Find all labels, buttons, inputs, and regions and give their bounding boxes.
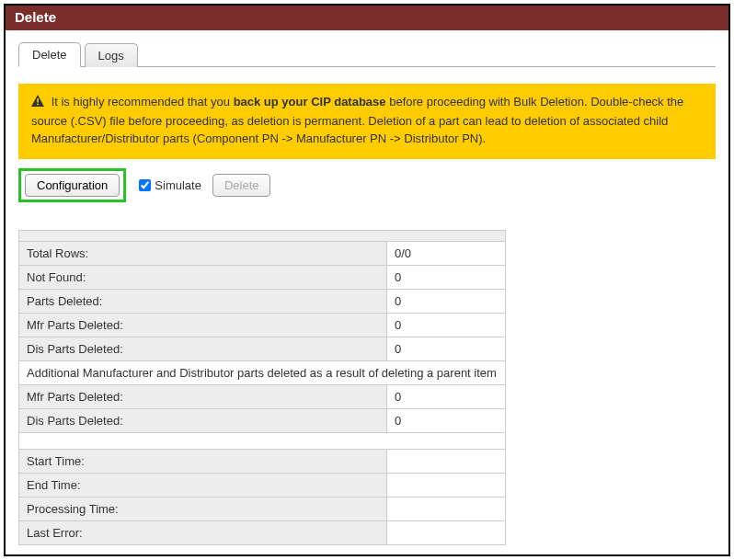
table-row: Total Rows: 0/0 [19,241,506,265]
not-found-label: Not Found: [19,265,387,289]
warning-text-bold: back up your CIP database [234,95,386,109]
dis-deleted-label: Dis Parts Deleted: [19,337,387,360]
mfr-deleted-label: Mfr Parts Deleted: [19,313,387,337]
processing-time-label: Processing Time: [19,497,387,520]
table-row: Dis Parts Deleted: 0 [19,408,506,432]
table-row: Dis Parts Deleted: 0 [19,337,506,360]
tab-logs[interactable]: Logs [85,43,138,67]
total-rows-value: 0/0 [387,241,506,265]
dis2-label: Dis Parts Deleted: [19,408,387,432]
config-highlight: Configuration [18,168,126,202]
table-row: Parts Deleted: 0 [19,289,506,313]
stats-table: Total Rows: 0/0 Not Found: 0 Parts Delet… [18,230,506,545]
last-error-label: Last Error: [19,520,387,544]
table-row: Mfr Parts Deleted: 0 [19,313,506,337]
warning-banner: It is highly recommended that you back u… [18,84,716,159]
dis2-value: 0 [387,408,506,432]
table-row: Start Time: [19,449,506,473]
start-time-label: Start Time: [19,449,387,473]
window-title: Delete [6,6,728,30]
warning-icon [31,94,44,112]
controls-row: Configuration Simulate Delete [18,168,716,202]
end-time-value [387,473,506,497]
end-time-label: End Time: [19,473,387,497]
not-found-value: 0 [387,265,506,289]
simulate-wrap[interactable]: Simulate [135,177,201,194]
table-row: End Time: [19,473,506,497]
simulate-checkbox[interactable] [139,179,151,191]
dis-deleted-value: 0 [387,337,506,360]
cascade-note: Additional Manufacturer and Distributor … [19,360,506,384]
window-content: Delete Logs It is highly recommended tha… [6,30,728,556]
last-error-value [387,520,506,544]
configuration-button[interactable]: Configuration [25,174,120,197]
mfr-deleted-value: 0 [387,313,506,337]
table-row: Processing Time: [19,497,506,520]
tab-delete[interactable]: Delete [18,42,81,67]
mfr2-label: Mfr Parts Deleted: [19,384,387,408]
parts-deleted-label: Parts Deleted: [19,289,387,313]
delete-window: Delete Delete Logs It is highly recommen… [4,4,730,556]
svg-rect-0 [37,98,39,103]
tabs: Delete Logs [18,41,716,67]
delete-button[interactable]: Delete [212,174,271,197]
table-row: Mfr Parts Deleted: 0 [19,384,506,408]
mfr2-value: 0 [387,384,506,408]
table-row: Additional Manufacturer and Distributor … [19,360,506,384]
start-time-value [387,449,506,473]
table-row: Not Found: 0 [19,265,506,289]
table-row: Last Error: [19,520,506,544]
parts-deleted-value: 0 [387,289,506,313]
simulate-label: Simulate [155,178,201,192]
svg-rect-1 [37,104,39,106]
processing-time-value [387,497,506,520]
total-rows-label: Total Rows: [19,241,387,265]
warning-text-pre: It is highly recommended that you [52,95,234,109]
